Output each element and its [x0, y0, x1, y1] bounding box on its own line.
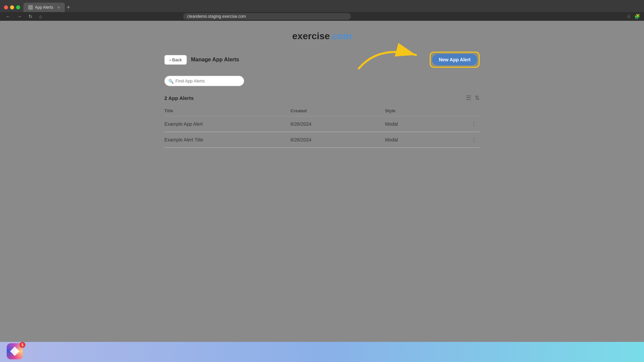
- table-row: Example Alert Title 6/26/2024 Modal ⋮: [164, 132, 480, 148]
- row2-title: Example Alert Title: [164, 132, 290, 148]
- logo-exercise: exercise: [292, 31, 330, 41]
- col-header-actions: [464, 106, 480, 116]
- tab-close-icon[interactable]: ✕: [57, 6, 60, 9]
- close-button[interactable]: [4, 5, 8, 9]
- url-input[interactable]: [183, 13, 351, 20]
- app-icon-container[interactable]: 5: [7, 343, 24, 361]
- back-label: Back: [172, 57, 182, 62]
- row2-more-options-button[interactable]: ⋮: [468, 137, 480, 143]
- active-tab[interactable]: App Alerts ✕: [23, 3, 65, 12]
- bottom-bar: 5: [0, 342, 644, 362]
- main-container: ‹ Back Manage App Alerts: [158, 52, 486, 148]
- list-view-icon[interactable]: ☰: [466, 94, 471, 102]
- table-count: 2 App Alerts: [164, 95, 194, 101]
- col-header-style: Style: [385, 106, 464, 116]
- table-header-row-element: Title Created Style: [164, 106, 480, 116]
- new-alert-highlight-box: New App Alert: [430, 52, 480, 68]
- tab-favicon: [28, 5, 33, 10]
- maximize-button[interactable]: [16, 5, 20, 9]
- table-head: Title Created Style: [164, 106, 480, 116]
- row2-style: Modal: [385, 132, 464, 148]
- forward-nav-button[interactable]: →: [15, 13, 23, 20]
- browser-chrome: App Alerts ✕ + ← → ↻ ⌂ ☆ 🧩: [0, 0, 644, 21]
- page-title: Manage App Alerts: [191, 57, 239, 63]
- table-body: Example App Alert 6/26/2024 Modal ⋮ Exam…: [164, 116, 480, 148]
- data-table: Title Created Style Example App Alert 6/…: [164, 106, 480, 148]
- extensions-icon[interactable]: 🧩: [634, 14, 640, 19]
- col-header-created: Created: [290, 106, 385, 116]
- new-tab-button[interactable]: +: [67, 4, 70, 11]
- new-alert-area: New App Alert: [430, 52, 480, 68]
- tab-title: App Alerts: [35, 5, 53, 10]
- browser-actions: ☆ 🧩: [627, 14, 640, 19]
- back-chevron-icon: ‹: [169, 57, 171, 62]
- app-icon-shape: [10, 347, 19, 356]
- search-input[interactable]: [175, 78, 239, 83]
- reload-button[interactable]: ↻: [27, 13, 34, 20]
- star-icon[interactable]: ☆: [627, 14, 631, 19]
- row1-actions: ⋮: [464, 116, 480, 132]
- back-button[interactable]: ‹ Back: [164, 55, 187, 65]
- logo-com: .com: [330, 31, 352, 41]
- search-icon: 🔍: [168, 78, 174, 83]
- new-alert-button[interactable]: New App Alert: [432, 54, 477, 65]
- address-bar: ← → ↻ ⌂ ☆ 🧩: [0, 12, 644, 21]
- table-actions: ☰ ⇅: [466, 94, 480, 102]
- back-section: ‹ Back Manage App Alerts: [164, 55, 239, 65]
- back-nav-button[interactable]: ←: [4, 13, 12, 20]
- page-content: exercise.com ‹ Back Manage App Alerts: [0, 21, 644, 342]
- sort-icon[interactable]: ⇅: [475, 94, 480, 102]
- row1-title: Example App Alert: [164, 116, 290, 132]
- row1-style: Modal: [385, 116, 464, 132]
- home-button[interactable]: ⌂: [38, 13, 44, 20]
- logo: exercise.com: [0, 31, 644, 42]
- row2-actions: ⋮: [464, 132, 480, 148]
- traffic-lights: [4, 5, 20, 9]
- col-header-title: Title: [164, 106, 290, 116]
- row2-created: 6/26/2024: [290, 132, 385, 148]
- arrow-annotation: [352, 42, 426, 75]
- table-header-row: 2 App Alerts ☰ ⇅: [164, 94, 480, 102]
- header-row: ‹ Back Manage App Alerts: [164, 52, 480, 68]
- table-row: Example App Alert 6/26/2024 Modal ⋮: [164, 116, 480, 132]
- tab-bar: App Alerts ✕ +: [0, 0, 644, 12]
- search-container: 🔍: [164, 76, 480, 86]
- minimize-button[interactable]: [10, 5, 14, 9]
- row1-more-options-button[interactable]: ⋮: [468, 121, 480, 127]
- notification-badge: 5: [19, 342, 25, 348]
- search-wrapper: 🔍: [164, 76, 244, 86]
- row1-created: 6/26/2024: [290, 116, 385, 132]
